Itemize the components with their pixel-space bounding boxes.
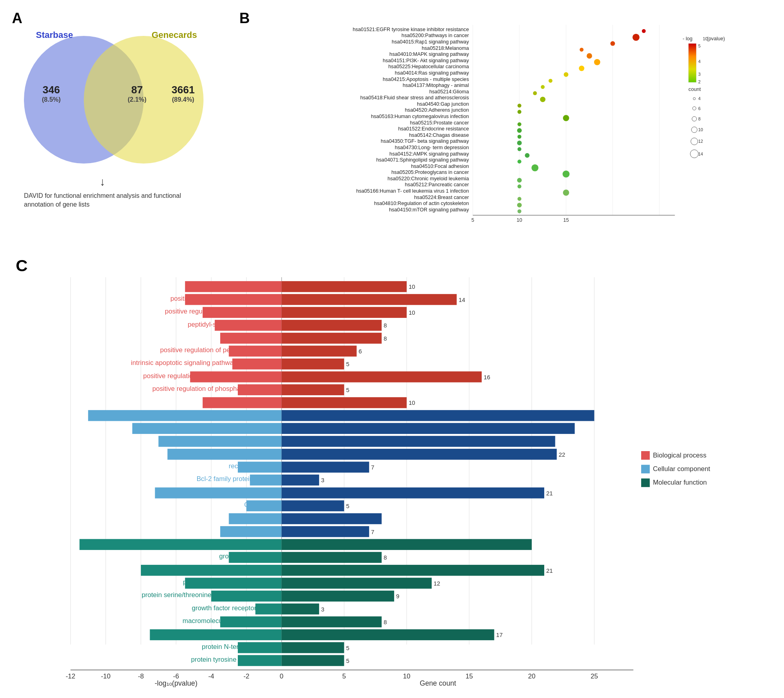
svg-text:12: 12 xyxy=(698,139,703,144)
vertical-grid xyxy=(71,277,594,645)
bar-right-10 xyxy=(282,397,407,408)
bar-left-1 xyxy=(185,281,282,292)
bar-label-r22: 8 xyxy=(383,554,387,561)
dot-3 xyxy=(610,41,615,46)
bar-label-r27: 8 xyxy=(383,619,387,625)
svg-text:hsa04137:Mitophagy - animal: hsa04137:Mitophagy - animal xyxy=(403,83,469,88)
bar-right-13 xyxy=(282,436,555,447)
dot-12 xyxy=(540,97,545,102)
dot-14 xyxy=(517,110,521,114)
svg-text:15: 15 xyxy=(466,672,473,680)
bar-left-12 xyxy=(132,423,282,434)
dot-11 xyxy=(533,91,537,95)
venn-count-left-number: 346 xyxy=(42,84,61,96)
svg-text:hsa04071:Sphingolipid signalin: hsa04071:Sphingolipid signaling pathway xyxy=(376,157,469,163)
x-title-left: -log₁₀(pvalue) xyxy=(155,679,197,687)
bar-label-r25: 9 xyxy=(396,593,399,599)
bar-right-8 xyxy=(282,371,482,382)
bar-left-21 xyxy=(79,539,281,550)
bar-left-6 xyxy=(229,346,281,357)
legend-cc-label: Cellular component xyxy=(653,465,710,473)
bar-label-r29: 5 xyxy=(346,645,349,651)
svg-text:0: 0 xyxy=(280,672,283,680)
bar-label-r18: 5 xyxy=(346,503,349,509)
bar-left-26 xyxy=(255,603,282,614)
bar-right-27 xyxy=(282,616,382,627)
bar-label-r28: 17 xyxy=(496,632,503,638)
legend-cc-box xyxy=(641,465,650,473)
bar-label-r9: 5 xyxy=(346,387,349,393)
svg-text:10: 10 xyxy=(403,672,411,680)
bar-right-7 xyxy=(282,359,344,369)
svg-text:25: 25 xyxy=(590,672,598,680)
svg-text:hsa05166:Human T- cell leukemi: hsa05166:Human T- cell leukemia virus 1 … xyxy=(356,188,469,194)
bar-left-20 xyxy=(220,526,282,537)
bar-left-28 xyxy=(150,629,282,640)
bar-left-8 xyxy=(190,371,282,382)
bar-right-15 xyxy=(282,461,369,472)
bar-label-r20: 7 xyxy=(371,529,374,535)
dot-16 xyxy=(517,122,521,126)
svg-text:-4: -4 xyxy=(208,672,214,680)
venn-pct-left: (8.5%) xyxy=(42,96,61,103)
bar-left-9 xyxy=(238,384,282,395)
svg-text:hsa04015:Rap1 signaling pathwa: hsa04015:Rap1 signaling pathway xyxy=(392,39,469,45)
bar-left-11 xyxy=(88,410,282,421)
bar-right-23 xyxy=(282,565,544,576)
venn-count-left: 346 (8.5%) xyxy=(42,84,61,103)
panel-c-svg: C xyxy=(8,251,776,690)
svg-text:hsa01521:EGFR tyrosine kinase : hsa01521:EGFR tyrosine kinase inhibitor … xyxy=(353,27,469,32)
svg-text:-12: -12 xyxy=(66,672,75,680)
svg-text:hsa05163:Human cytomegalovirus: hsa05163:Human cytomegalovirus infection xyxy=(371,114,469,119)
venn-container: Starbase Genecards 346 (8.5%) 87 (2.1%) … xyxy=(20,28,219,179)
bar-left-19 xyxy=(229,513,281,524)
svg-point-51 xyxy=(692,116,697,121)
svg-text:hsa04510:Focal adhesion: hsa04510:Focal adhesion xyxy=(411,164,469,169)
bar-left-3 xyxy=(203,307,282,318)
dot-28 xyxy=(517,197,521,201)
bar-right-14 xyxy=(282,449,557,459)
svg-text:-8: -8 xyxy=(138,672,144,680)
dot-20 xyxy=(517,147,521,151)
bar-label-r14: 22 xyxy=(559,452,565,458)
bar-label-r3: 10 xyxy=(409,310,415,316)
svg-text:hsa05212:Pancreatic cancer: hsa05212:Pancreatic cancer xyxy=(405,182,469,187)
svg-text:10: 10 xyxy=(698,127,703,132)
dot-1 xyxy=(642,29,646,33)
bar-label-r23: 21 xyxy=(546,568,553,574)
bar-label-r26: 3 xyxy=(321,606,324,613)
svg-text:hsa05214:Glioma: hsa05214:Glioma xyxy=(429,89,469,95)
bar-left-5 xyxy=(220,333,282,343)
y-axis-labels: hsa01521:EGFR tyrosine kinase inhibitor … xyxy=(353,27,469,213)
venn-count-center-number: 87 xyxy=(128,84,146,96)
svg-text:(pvalue): (pvalue) xyxy=(707,36,725,41)
venn-label-starbase: Starbase xyxy=(36,30,73,40)
bar-right-24 xyxy=(282,578,432,588)
svg-text:15: 15 xyxy=(563,217,569,223)
dot-25 xyxy=(517,178,522,183)
bar-right-18 xyxy=(282,500,344,511)
bar-right-25 xyxy=(282,591,394,601)
dot-21 xyxy=(525,153,529,158)
color-legend: - log 10 (pvalue) 5 xyxy=(683,36,725,84)
bar-left-16 xyxy=(250,475,281,485)
bar-label-r7: 5 xyxy=(346,361,349,367)
svg-text:4: 4 xyxy=(698,59,701,64)
svg-text:- log: - log xyxy=(683,36,693,41)
svg-point-47 xyxy=(693,97,695,100)
svg-text:hsa04215:Apoptosis - multiple : hsa04215:Apoptosis - multiple species xyxy=(383,77,469,82)
bar-label-r2: 14 xyxy=(459,297,465,303)
svg-text:hsa04520:Adherens junction: hsa04520:Adherens junction xyxy=(405,107,469,113)
dot-6 xyxy=(594,59,600,65)
panel-a: A Starbase Genecards 346 (8.5%) 87 (2.1%… xyxy=(8,8,227,247)
svg-point-55 xyxy=(691,138,698,145)
bar-right-11 xyxy=(282,410,594,421)
panel-c-label: C xyxy=(16,256,28,275)
bar-right-2 xyxy=(282,294,457,305)
svg-point-53 xyxy=(691,127,697,133)
bar-left-22 xyxy=(229,552,281,563)
svg-text:count: count xyxy=(689,87,701,92)
size-legend: count 4 6 8 10 12 14 xyxy=(689,87,703,158)
legend-mf-box xyxy=(641,479,650,487)
bar-left-27 xyxy=(220,616,282,627)
